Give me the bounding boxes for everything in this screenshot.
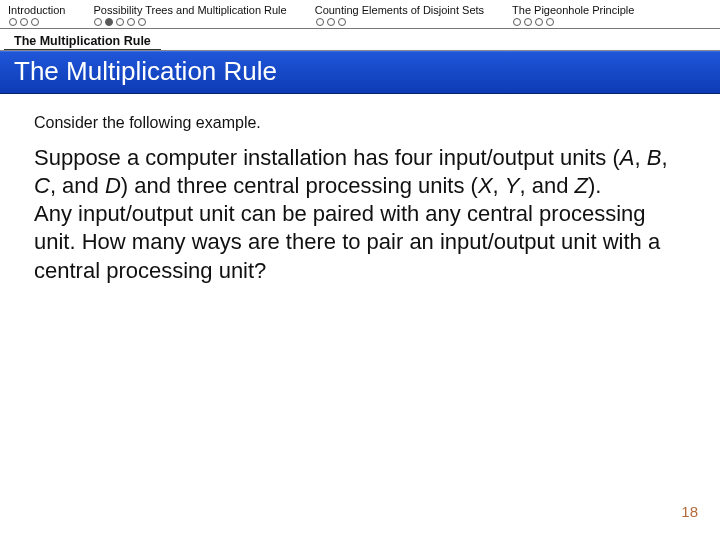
body-p1c: ). [588,173,601,198]
comma: , [493,173,505,198]
page-number: 18 [681,503,698,520]
nav-dots [8,18,39,26]
nav-dot-icon[interactable] [127,18,135,26]
nav-dot-icon[interactable] [9,18,17,26]
subsection-row: The Multiplication Rule [0,29,720,51]
body-p2: Any input/output unit can be paired with… [34,201,660,282]
lead-text: Consider the following example. [0,94,720,138]
nav-dot-icon[interactable] [94,18,102,26]
var-z: Z [575,173,588,198]
comma: , [661,145,667,170]
slide-title: The Multiplication Rule [14,56,706,87]
body-text: Suppose a computer installation has four… [0,138,720,285]
nav-section[interactable]: Introduction [8,4,65,26]
nav-dots [93,18,146,26]
var-d: D [105,173,121,198]
var-y: Y [505,173,520,198]
var-b: B [647,145,662,170]
nav-dot-icon[interactable] [513,18,521,26]
nav-dot-icon[interactable] [116,18,124,26]
nav-dot-icon[interactable] [31,18,39,26]
nav-section[interactable]: The Pigeonhole Principle [512,4,634,26]
nav-section-label: Counting Elements of Disjoint Sets [315,4,484,16]
nav-dots [315,18,346,26]
nav-section-label: Possibility Trees and Multiplication Rul… [93,4,286,16]
nav-section-label: The Pigeonhole Principle [512,4,634,16]
nav-dots [512,18,554,26]
nav-section[interactable]: Possibility Trees and Multiplication Rul… [93,4,286,26]
nav-dot-icon[interactable] [535,18,543,26]
body-p1a: Suppose a computer installation has four… [34,145,620,170]
nav-dot-icon[interactable] [20,18,28,26]
var-a: A [620,145,635,170]
subsection-label: The Multiplication Rule [4,31,161,50]
nav-dot-icon[interactable] [546,18,554,26]
nav-dot-icon[interactable] [338,18,346,26]
nav-section[interactable]: Counting Elements of Disjoint Sets [315,4,484,26]
nav-dot-icon[interactable] [138,18,146,26]
comma-and: , and [520,173,575,198]
var-x: X [478,173,493,198]
nav-dot-icon[interactable] [524,18,532,26]
nav-bar: IntroductionPossibility Trees and Multip… [0,0,720,28]
body-p1b: ) and three central processing units ( [121,173,478,198]
nav-dot-icon[interactable] [316,18,324,26]
title-bar: The Multiplication Rule [0,51,720,94]
nav-dot-icon[interactable] [327,18,335,26]
nav-dot-icon[interactable] [105,18,113,26]
var-c: C [34,173,50,198]
nav-section-label: Introduction [8,4,65,16]
comma-and: , and [50,173,105,198]
comma: , [635,145,647,170]
